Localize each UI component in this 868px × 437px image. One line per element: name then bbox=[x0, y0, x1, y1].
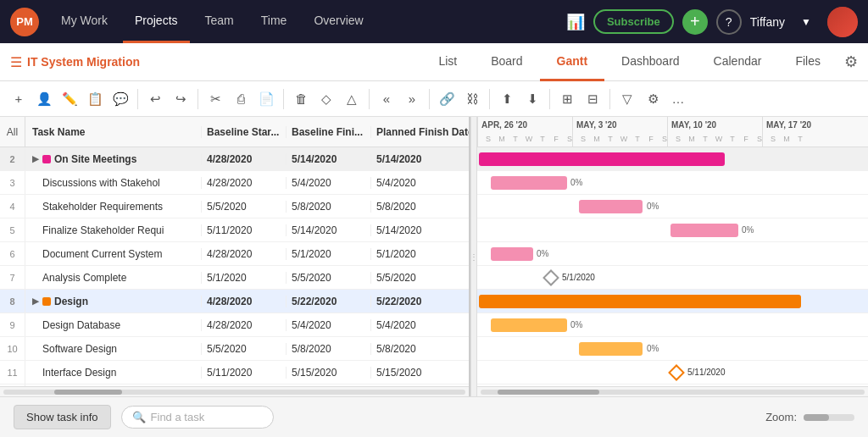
indent-right-button[interactable]: » bbox=[400, 87, 424, 111]
filter-button[interactable]: ▽ bbox=[615, 87, 639, 111]
table-row[interactable]: 10 Software Design 5/5/2020 5/8/2020 5/8… bbox=[0, 337, 469, 361]
download-button[interactable]: ⬇ bbox=[520, 87, 544, 111]
resize-handle[interactable]: ⋮ bbox=[470, 117, 477, 396]
row-planned-finish: 5/4/2020 bbox=[371, 177, 469, 189]
timeline-week-may3: MAY, 3 '20 S M T W T F S bbox=[572, 117, 667, 147]
find-task-input[interactable]: 🔍 Find a task bbox=[121, 406, 274, 429]
nav-item-mywork[interactable]: My Work bbox=[49, 0, 120, 43]
diamond-button[interactable]: ◇ bbox=[314, 87, 338, 111]
comment-button[interactable]: 💬 bbox=[108, 87, 132, 111]
separator-2 bbox=[198, 89, 198, 109]
tab-list[interactable]: List bbox=[421, 43, 474, 81]
row-baseline-start: 4/28/2020 bbox=[202, 248, 287, 260]
grid-button[interactable]: ⊞ bbox=[555, 87, 579, 111]
bar-percent: 0% bbox=[742, 225, 754, 235]
pm-logo[interactable]: PM bbox=[10, 8, 39, 36]
row-baseline-start: 5/11/2020 bbox=[202, 367, 287, 379]
table-row[interactable]: 9 Design Database 4/28/2020 5/4/2020 5/4… bbox=[0, 313, 469, 337]
gantt-bar bbox=[491, 318, 567, 332]
link-button[interactable]: 🔗 bbox=[435, 87, 459, 111]
row-planned-finish: 5/5/2020 bbox=[371, 272, 469, 284]
nav-item-overview[interactable]: Overview bbox=[302, 0, 375, 43]
row-baseline-finish: 5/4/2020 bbox=[287, 319, 371, 331]
row-planned-finish: 5/1/2020 bbox=[371, 248, 469, 260]
task-label: On Site Meetings bbox=[54, 153, 136, 165]
undo-button[interactable]: ↩ bbox=[143, 87, 167, 111]
row-baseline-start: 5/5/2020 bbox=[202, 343, 287, 355]
user-name[interactable]: Tiffany bbox=[750, 15, 785, 29]
row-num: 11 bbox=[0, 361, 25, 384]
user-dropdown-icon[interactable]: ▼ bbox=[793, 9, 819, 35]
table-row[interactable]: 6 Document Current System 4/28/2020 5/1/… bbox=[0, 242, 469, 266]
chart-scrollbar[interactable] bbox=[477, 386, 868, 396]
col-task-name: Task Name bbox=[25, 126, 202, 138]
settings-icon[interactable]: ⚙ bbox=[844, 53, 858, 71]
collapse-icon: ▶ bbox=[32, 296, 39, 306]
col-baseline-start: Baseline Star... bbox=[202, 126, 287, 138]
table-body: 2 ▶ On Site Meetings 4/28/2020 5/14/2020… bbox=[0, 147, 469, 386]
settings2-button[interactable]: ⚙ bbox=[641, 87, 665, 111]
add-button[interactable]: + bbox=[682, 9, 708, 35]
sub-nav-tabs: List Board Gantt Dashboard Calendar File… bbox=[421, 43, 837, 81]
add-user-button[interactable]: 👤 bbox=[32, 87, 56, 111]
upload-button[interactable]: ⬆ bbox=[495, 87, 519, 111]
tab-files[interactable]: Files bbox=[778, 43, 837, 81]
separator-7 bbox=[549, 89, 550, 109]
table-row[interactable]: 5 Finalize Stakeholder Requi 5/11/2020 5… bbox=[0, 218, 469, 242]
chart-row-7: 5/1/2020 bbox=[477, 266, 868, 290]
row-planned-finish: 5/8/2020 bbox=[371, 201, 469, 213]
scrollbar-thumb[interactable] bbox=[54, 390, 122, 395]
zoom-slider[interactable] bbox=[804, 414, 854, 421]
columns-button[interactable]: ⊟ bbox=[581, 87, 604, 111]
timeline-week-apr26: APR, 26 '20 S M T W T F S bbox=[477, 117, 572, 147]
zoom-slider-thumb bbox=[804, 414, 829, 421]
chart-row-9: 0% bbox=[477, 313, 868, 337]
row-num: 3 bbox=[0, 171, 25, 194]
table-row[interactable]: 4 Stakeholder Requirements 5/5/2020 5/8/… bbox=[0, 195, 469, 218]
row-num: 6 bbox=[0, 242, 25, 265]
chart-row-11: 5/11/2020 bbox=[477, 361, 868, 384]
project-title[interactable]: IT System Migration bbox=[27, 55, 421, 69]
scrollbar-thumb[interactable] bbox=[498, 390, 599, 395]
separator-5 bbox=[429, 89, 430, 109]
avatar[interactable] bbox=[827, 7, 858, 37]
tab-calendar[interactable]: Calendar bbox=[697, 43, 779, 81]
table-row[interactable]: 3 Discussions with Stakehol 4/28/2020 5/… bbox=[0, 171, 469, 195]
subscribe-button[interactable]: Subscribe bbox=[593, 9, 674, 34]
week-days: S M T W T F S bbox=[671, 135, 766, 143]
table-row[interactable]: 7 Analysis Complete 5/1/2020 5/5/2020 5/… bbox=[0, 266, 469, 290]
delete-button[interactable]: 🗑 bbox=[289, 87, 313, 111]
nav-item-projects[interactable]: Projects bbox=[123, 0, 190, 43]
monitor-icon[interactable]: 📊 bbox=[566, 13, 585, 31]
show-task-info-button[interactable]: Show task info bbox=[14, 405, 111, 429]
hamburger-icon[interactable]: ☰ bbox=[10, 54, 22, 70]
row-baseline-finish: 5/8/2020 bbox=[287, 201, 371, 213]
row-baseline-finish: 5/15/2020 bbox=[287, 367, 371, 379]
row-baseline-finish: 5/8/2020 bbox=[287, 343, 371, 355]
search-icon: 🔍 bbox=[132, 411, 146, 423]
tab-dashboard[interactable]: Dashboard bbox=[604, 43, 697, 81]
table-row[interactable]: 8 ▶ Design 4/28/2020 5/22/2020 5/22/2020 bbox=[0, 290, 469, 313]
copy2-button[interactable]: ⎙ bbox=[229, 87, 253, 111]
table-row[interactable]: 2 ▶ On Site Meetings 4/28/2020 5/14/2020… bbox=[0, 147, 469, 171]
tab-board[interactable]: Board bbox=[474, 43, 539, 81]
more-button[interactable]: … bbox=[666, 87, 690, 111]
triangle-button[interactable]: △ bbox=[340, 87, 364, 111]
indent-left-button[interactable]: « bbox=[375, 87, 398, 111]
edit-button[interactable]: ✏️ bbox=[58, 87, 81, 111]
unlink-button[interactable]: ⛓ bbox=[460, 87, 484, 111]
bottom-bar: Show task info 🔍 Find a task Zoom: bbox=[0, 396, 868, 437]
copy-button[interactable]: 📋 bbox=[83, 87, 107, 111]
add-task-button[interactable]: + bbox=[7, 87, 31, 111]
cut-button[interactable]: ✂ bbox=[203, 87, 227, 111]
tab-gantt[interactable]: Gantt bbox=[540, 43, 605, 81]
nav-item-team[interactable]: Team bbox=[193, 0, 246, 43]
col-all[interactable]: All bbox=[0, 117, 25, 147]
paste-button[interactable]: 📄 bbox=[254, 87, 278, 111]
nav-item-time[interactable]: Time bbox=[249, 0, 299, 43]
row-num: 7 bbox=[0, 266, 25, 289]
table-row[interactable]: 11 Interface Design 5/11/2020 5/15/2020 … bbox=[0, 361, 469, 384]
help-button[interactable]: ? bbox=[716, 9, 742, 35]
redo-button[interactable]: ↪ bbox=[169, 87, 192, 111]
horizontal-scrollbar[interactable] bbox=[0, 386, 469, 396]
